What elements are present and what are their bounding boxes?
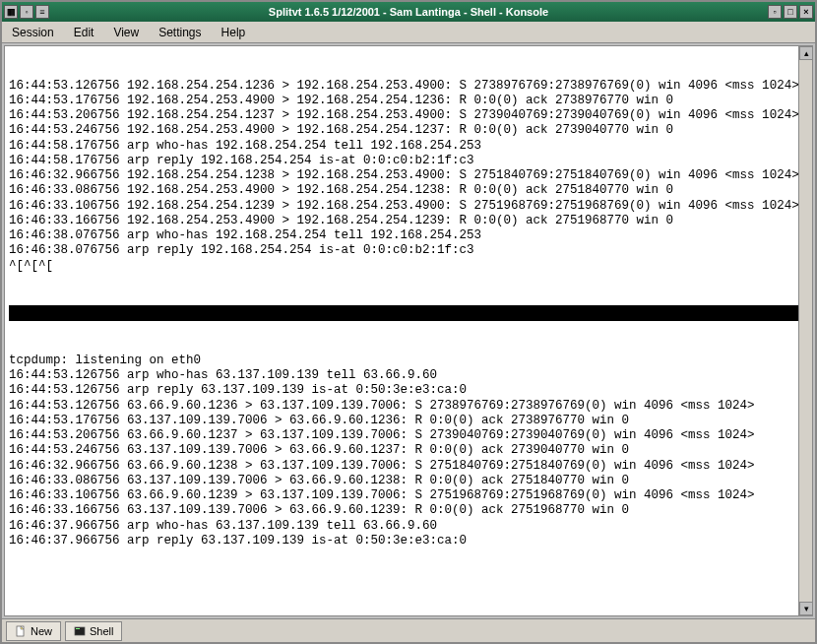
terminal-line: 16:44:53.206756 63.66.9.60.1237 > 63.137…: [9, 428, 808, 443]
shell-tab-button[interactable]: Shell: [65, 621, 122, 641]
terminal-line: 16:46:37.966756 arp reply 63.137.109.139…: [9, 534, 808, 548]
scroll-up-icon[interactable]: ▴: [799, 46, 813, 60]
new-tab-label: New: [31, 625, 52, 637]
terminal-line: 16:46:33.106756 63.66.9.60.1239 > 63.137…: [9, 488, 808, 503]
svg-rect-0: [17, 626, 24, 636]
shell-tab-label: Shell: [90, 625, 113, 637]
terminal-content: 16:44:53.126756 192.168.254.254.1236 > 1…: [5, 46, 812, 581]
scroll-down-icon[interactable]: ▾: [799, 602, 813, 615]
terminal-line: 16:46:38.076756 arp reply 192.168.254.25…: [9, 243, 808, 258]
terminal-line: 16:44:53.126756 192.168.254.254.1236 > 1…: [9, 79, 808, 94]
terminal-line: 16:44:53.126756 arp reply 63.137.109.139…: [9, 383, 808, 398]
terminal-line: 16:46:33.106756 192.168.254.254.1239 > 1…: [9, 199, 808, 214]
new-doc-icon: [15, 625, 27, 637]
terminal-line: tcpdump: listening on eth0: [9, 354, 808, 368]
menubar: Session Edit View Settings Help: [2, 22, 815, 43]
terminal-line: 16:44:53.126756 63.66.9.60.1236 > 63.137…: [9, 399, 808, 414]
titlebar-right-buttons: ▫ □ ×: [766, 5, 815, 19]
maximize-icon[interactable]: □: [784, 5, 797, 19]
terminal-line: 16:44:58.176756 arp reply 192.168.254.25…: [9, 154, 808, 168]
terminal-line: 16:44:53.176756 63.137.109.139.7006 > 63…: [9, 414, 808, 428]
bottom-tabs: New Shell: [2, 618, 815, 642]
menu-settings[interactable]: Settings: [155, 24, 205, 41]
menu-view[interactable]: View: [109, 24, 143, 41]
split-divider: [9, 305, 808, 321]
konsole-window: ▦ ◦ ≡ Splitvt 1.6.5 1/12/2001 - Sam Lant…: [0, 0, 817, 644]
svg-rect-3: [76, 628, 80, 629]
terminal-line: 16:44:53.126756 arp who-has 63.137.109.1…: [9, 368, 808, 383]
menu-help[interactable]: Help: [218, 24, 250, 41]
terminal-line: 16:44:53.176756 192.168.254.253.4900 > 1…: [9, 94, 808, 108]
terminal-line: 16:44:58.176756 arp who-has 192.168.254.…: [9, 139, 808, 154]
new-tab-button[interactable]: New: [6, 621, 61, 641]
shell-icon: [74, 625, 86, 637]
window-title: Splitvt 1.6.5 1/12/2001 - Sam Lantinga -…: [51, 6, 766, 18]
close-icon[interactable]: ×: [799, 5, 813, 19]
terminal-line: 16:46:33.086756 192.168.254.253.4900 > 1…: [9, 183, 808, 198]
terminal-area[interactable]: 16:44:53.126756 192.168.254.254.1236 > 1…: [4, 45, 813, 616]
terminal-line: ^[^[^[: [9, 259, 808, 274]
sticky-icon[interactable]: ◦: [20, 5, 33, 19]
terminal-line: 16:46:33.166756 192.168.254.253.4900 > 1…: [9, 214, 808, 228]
terminal-line: 16:46:38.076756 arp who-has 192.168.254.…: [9, 228, 808, 243]
terminal-line: 16:46:32.966756 192.168.254.254.1238 > 1…: [9, 168, 808, 183]
terminal-line: 16:44:53.246756 192.168.254.253.4900 > 1…: [9, 123, 808, 138]
terminal-line: 16:46:37.966756 arp who-has 63.137.109.1…: [9, 519, 808, 534]
terminal-line: 16:46:33.166756 63.137.109.139.7006 > 63…: [9, 503, 808, 518]
terminal-upper-pane: 16:44:53.126756 192.168.254.254.1236 > 1…: [9, 79, 808, 274]
minimize-icon[interactable]: ▫: [768, 5, 782, 19]
menu-edit[interactable]: Edit: [70, 24, 98, 41]
menu-session[interactable]: Session: [8, 24, 58, 41]
titlebar-left-buttons: ▦ ◦ ≡: [2, 5, 51, 19]
scrollbar[interactable]: ▴ ▾: [798, 46, 812, 615]
terminal-line: 16:44:53.246756 63.137.109.139.7006 > 63…: [9, 443, 808, 458]
terminal-line: 16:46:32.966756 63.66.9.60.1238 > 63.137…: [9, 459, 808, 474]
pin-icon[interactable]: ≡: [35, 5, 49, 19]
terminal-lower-pane: tcpdump: listening on eth016:44:53.12675…: [9, 354, 808, 548]
menu-icon[interactable]: ▦: [4, 5, 18, 19]
terminal-line: 16:46:33.086756 63.137.109.139.7006 > 63…: [9, 474, 808, 488]
titlebar: ▦ ◦ ≡ Splitvt 1.6.5 1/12/2001 - Sam Lant…: [2, 2, 815, 22]
terminal-line: 16:44:53.206756 192.168.254.254.1237 > 1…: [9, 108, 808, 123]
